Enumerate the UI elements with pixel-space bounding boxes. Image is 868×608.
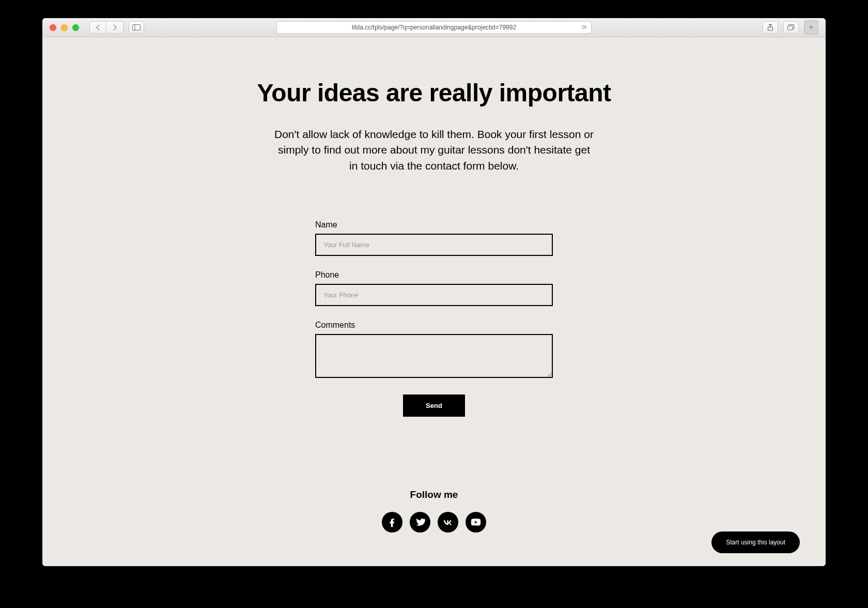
youtube-icon[interactable]: [466, 512, 486, 533]
name-input[interactable]: [315, 234, 553, 256]
sidebar-toggle-button[interactable]: [129, 21, 144, 34]
window-controls: [50, 24, 79, 31]
name-field-group: Name: [315, 220, 553, 256]
browser-toolbar: tilda.cc/tpls/page/?q=personallandingpag…: [42, 18, 826, 37]
share-button[interactable]: [763, 21, 778, 34]
url-text: tilda.cc/tpls/page/?q=personallandingpag…: [352, 24, 516, 31]
comments-label: Comments: [315, 321, 553, 330]
hero-section: Your ideas are really important Don't al…: [42, 37, 826, 174]
toolbar-right: +: [763, 20, 818, 35]
maximize-window-icon[interactable]: [72, 24, 79, 31]
browser-window: tilda.cc/tpls/page/?q=personallandingpag…: [42, 18, 826, 566]
close-window-icon[interactable]: [50, 24, 56, 31]
svg-rect-0: [133, 25, 141, 31]
start-using-layout-button[interactable]: Start using this layout: [711, 531, 800, 553]
tabs-button[interactable]: [783, 21, 799, 34]
minimize-window-icon[interactable]: [61, 24, 68, 31]
follow-section: Follow me: [42, 489, 826, 533]
name-label: Name: [315, 220, 553, 230]
twitter-icon[interactable]: [410, 512, 430, 533]
social-links: [42, 512, 826, 533]
svg-rect-4: [788, 26, 793, 30]
new-tab-button[interactable]: +: [804, 20, 818, 35]
phone-input[interactable]: [315, 284, 553, 306]
phone-label: Phone: [315, 270, 553, 280]
follow-title: Follow me: [42, 489, 826, 500]
comments-textarea[interactable]: [315, 334, 553, 378]
contact-form: Name Phone Comments Send: [315, 220, 553, 417]
phone-field-group: Phone: [315, 270, 553, 306]
vk-icon[interactable]: [438, 512, 458, 533]
nav-buttons: [89, 21, 123, 34]
address-bar[interactable]: tilda.cc/tpls/page/?q=personallandingpag…: [276, 21, 592, 34]
reload-icon[interactable]: ⟳: [582, 24, 587, 31]
page-title: Your ideas are really important: [42, 79, 826, 107]
page-subtitle: Don't allow lack of knowledge to kill th…: [274, 127, 594, 174]
comments-field-group: Comments: [315, 321, 553, 380]
forward-button[interactable]: [106, 21, 123, 34]
back-button[interactable]: [89, 21, 106, 34]
facebook-icon[interactable]: [382, 512, 402, 533]
page-content: Your ideas are really important Don't al…: [42, 37, 826, 566]
send-button[interactable]: Send: [403, 394, 465, 417]
